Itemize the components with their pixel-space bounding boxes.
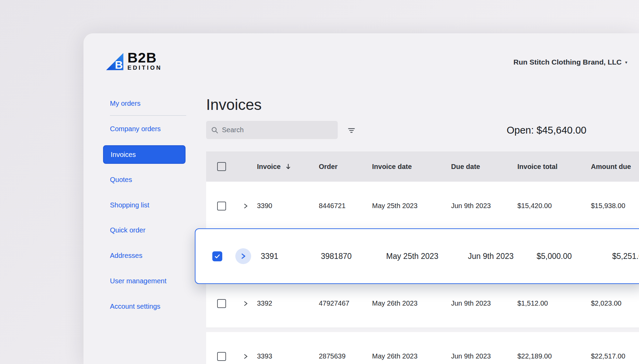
expand-row-icon[interactable] — [243, 300, 249, 307]
cell-invoice-date: May 25th 2023 — [369, 202, 448, 210]
svg-text:B: B — [115, 59, 123, 71]
sidebar-item-quotes[interactable]: Quotes — [110, 174, 186, 185]
expand-row-icon[interactable] — [243, 353, 249, 360]
table-row-selected[interactable]: 3391 3981870 May 25th 2023 Jun 9th 2023 … — [195, 228, 639, 284]
cell-invoice-date: May 25th 2023 — [383, 252, 465, 261]
sidebar-item-account-settings[interactable]: Account settings — [110, 301, 186, 311]
open-total-value: $45,640.00 — [537, 125, 586, 136]
cell-amount-due: $2,023.00 — [588, 299, 639, 307]
cell-amount-due: $15,938.00 — [588, 202, 639, 210]
open-total-label: Open: — [507, 125, 534, 136]
column-header-invoice[interactable]: Invoice — [254, 163, 316, 171]
chevron-right-icon — [240, 253, 247, 260]
search-icon — [211, 126, 218, 134]
search-input[interactable] — [222, 126, 333, 134]
cell-due-date: Jun 9th 2023 — [448, 202, 515, 210]
row-checkbox[interactable] — [217, 299, 226, 308]
expand-row-icon[interactable] — [243, 203, 249, 209]
sidebar-item-my-orders[interactable]: My orders — [110, 98, 186, 109]
cell-invoice: 3391 — [258, 252, 318, 261]
row-checkbox-checked[interactable] — [212, 251, 222, 261]
cell-invoice: 3390 — [254, 202, 316, 210]
cell-invoice-total: $1,512.00 — [515, 299, 588, 307]
logo-subtitle: EDITION — [127, 65, 162, 71]
cell-order: 2875639 — [316, 352, 369, 360]
row-checkbox[interactable] — [217, 352, 226, 361]
column-header-invoice-date[interactable]: Invoice date — [369, 163, 448, 171]
sidebar-item-shopping-list[interactable]: Shopping list — [110, 200, 186, 210]
logo[interactable]: B B2B EDITION — [105, 51, 162, 71]
open-total: Open: $45,640.00 — [507, 125, 586, 136]
cell-invoice: 3393 — [254, 352, 316, 360]
sidebar-item-invoices[interactable]: Invoices — [103, 145, 186, 164]
sidebar-item-company-orders[interactable]: Company orders — [110, 124, 186, 134]
cell-amount-due: $5,251.00 — [609, 252, 639, 261]
expand-row-icon[interactable] — [235, 248, 251, 264]
filter-button[interactable] — [345, 124, 358, 137]
sidebar-item-user-management[interactable]: User management — [110, 276, 186, 286]
table-header: Invoice Order Invoice date Due date Invo… — [206, 151, 639, 182]
logo-text: B2B EDITION — [127, 51, 162, 71]
account-name: Run Stitch Clothing Brand, LLC — [514, 58, 622, 66]
row-checkbox[interactable] — [217, 202, 226, 211]
cell-due-date: Jun 9th 2023 — [448, 352, 515, 360]
cell-due-date: Jun 9th 2023 — [465, 252, 534, 261]
cell-order: 3981870 — [318, 252, 383, 261]
select-all-checkbox[interactable] — [217, 162, 226, 171]
column-header-invoice-total[interactable]: Invoice total — [515, 163, 588, 171]
filter-icon — [347, 126, 356, 135]
cell-due-date: Jun 9th 2023 — [448, 299, 515, 307]
checkmark-icon — [214, 253, 220, 259]
sidebar-item-addresses[interactable]: Addresses — [110, 250, 186, 261]
cell-invoice: 3392 — [254, 299, 316, 307]
chevron-down-icon: ▾ — [625, 60, 627, 65]
account-selector[interactable]: Run Stitch Clothing Brand, LLC ▾ — [514, 58, 628, 66]
cell-amount-due: $22,517.00 — [588, 352, 639, 360]
sidebar-item-quick-order[interactable]: Quick order — [110, 225, 186, 235]
logo-title: B2B — [127, 51, 162, 65]
app-panel: B B2B EDITION Run Stitch Clothing Brand,… — [83, 33, 639, 364]
cell-invoice-total: $15,420.00 — [515, 202, 588, 210]
table-row[interactable]: 3393 2875639 May 26th 2023 Jun 9th 2023 … — [206, 332, 639, 364]
search-box — [206, 121, 338, 139]
cell-order: 8446721 — [316, 202, 369, 210]
selected-row-slot: 3391 3981870 May 25th 2023 Jun 9th 2023 … — [206, 230, 639, 279]
logo-mark-icon: B — [105, 51, 124, 71]
table-row[interactable]: 3390 8446721 May 25th 2023 Jun 9th 2023 … — [206, 182, 639, 230]
page-title: Invoices — [206, 96, 261, 113]
cell-invoice-total: $5,000.00 — [534, 252, 609, 261]
cell-invoice-date: May 26th 2023 — [369, 352, 448, 360]
cell-invoice-date: May 26th 2023 — [369, 299, 448, 307]
cell-order: 47927467 — [316, 299, 369, 307]
column-header-order[interactable]: Order — [316, 163, 369, 171]
column-header-due-date[interactable]: Due date — [448, 163, 515, 171]
sidebar-divider — [110, 115, 186, 116]
row-group-gap — [206, 328, 639, 332]
invoices-table: Invoice Order Invoice date Due date Invo… — [206, 151, 639, 364]
cell-invoice-total: $22,189.00 — [515, 352, 588, 360]
sort-down-arrow-icon — [285, 163, 291, 170]
column-header-amount-due[interactable]: Amount due — [588, 163, 639, 171]
table-row[interactable]: 3392 47927467 May 26th 2023 Jun 9th 2023… — [206, 279, 639, 328]
